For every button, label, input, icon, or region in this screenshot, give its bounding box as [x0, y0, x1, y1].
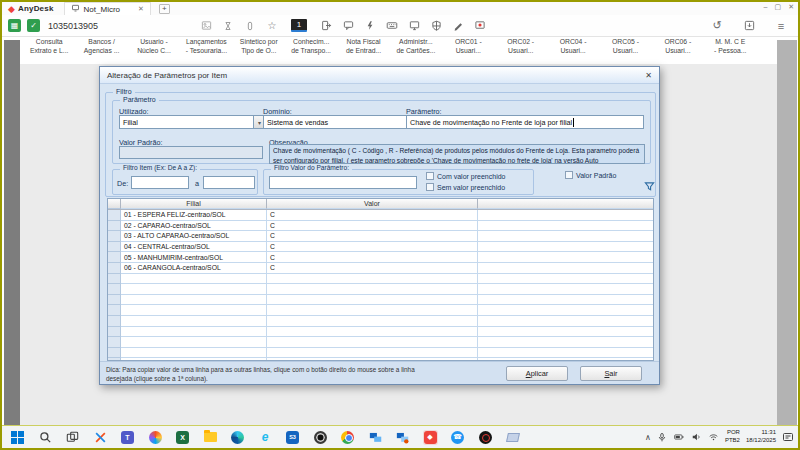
microphone-icon[interactable] [657, 432, 667, 443]
tray-chevron-up-icon[interactable]: ∧ [645, 433, 651, 442]
filtro-item-de-input[interactable] [131, 176, 189, 189]
accept-files-icon[interactable] [741, 18, 757, 34]
privacy-shield-icon[interactable] [428, 18, 444, 34]
task-view-icon[interactable] [65, 430, 80, 445]
phone-link-icon[interactable]: ☎ [450, 430, 465, 445]
start-button-icon[interactable] [10, 430, 25, 445]
desktop-shortcut[interactable]: ORC04 -Usuari... [547, 38, 599, 64]
row-selector[interactable] [108, 242, 121, 253]
table-row-empty[interactable] [108, 348, 653, 359]
chat-icon[interactable] [340, 18, 356, 34]
desktop-shortcut[interactable]: M. M. C E- Pessoa... [704, 38, 756, 64]
network-wifi-icon[interactable] [708, 432, 719, 442]
menu-icon[interactable]: ≡ [773, 18, 789, 34]
parametros-grid[interactable]: Filial Valor 01 - ESPERA FELIZ-centrao/S… [107, 198, 654, 361]
desktop-shortcut[interactable]: Usuario -Núcleo C... [128, 38, 180, 64]
row-selector[interactable] [108, 221, 121, 232]
excel-icon[interactable]: X [175, 430, 190, 445]
remote-tools-icon[interactable] [93, 430, 108, 445]
obs-icon[interactable] [313, 430, 328, 445]
internet-explorer-icon[interactable]: e [258, 430, 273, 445]
filter-funnel-icon[interactable] [644, 181, 655, 194]
remote-right-scrollbar[interactable] [777, 40, 797, 425]
row-selector[interactable] [108, 252, 121, 263]
grid-header-valor[interactable]: Valor [267, 199, 478, 209]
minimize-icon[interactable]: – [764, 3, 768, 11]
display-icon[interactable] [406, 18, 422, 34]
search-icon[interactable] [38, 430, 53, 445]
valor-padrao-checkbox[interactable]: Valor Padrão [565, 171, 616, 179]
dialog-close-icon[interactable]: ✕ [645, 71, 652, 80]
network-computers-2-icon[interactable] [395, 430, 410, 445]
chrome-icon[interactable] [340, 430, 355, 445]
screenshot-icon[interactable] [198, 18, 214, 34]
utilizado-combobox[interactable]: Filial ▾ [119, 115, 266, 129]
table-row[interactable]: 06 - CARANGOLA-centrao/SOL C [108, 263, 653, 274]
sticky-notes-icon[interactable] [505, 430, 520, 445]
row-selector[interactable] [108, 231, 121, 242]
table-row[interactable]: 05 - MANHUMIRIM-centrao/SOL C [108, 252, 653, 263]
aplicar-button[interactable]: Aplicar [506, 366, 568, 381]
checkbox-box[interactable] [426, 183, 434, 191]
parametro-input[interactable]: Chave de movimentação no Frente de loja … [406, 115, 644, 129]
checkbox-box[interactable] [426, 172, 434, 180]
filtro-item-a-input[interactable] [203, 176, 255, 189]
new-session-tab-icon[interactable]: + [159, 4, 170, 14]
maximize-icon[interactable]: ▢ [775, 3, 782, 11]
battery-icon[interactable] [673, 432, 685, 442]
table-row-empty[interactable] [108, 316, 653, 327]
desktop-shortcut[interactable]: Bancos /Agencias ... [75, 38, 127, 64]
row-selector[interactable] [108, 210, 121, 221]
valor-padrao-input[interactable] [119, 146, 263, 159]
file-transfer-icon[interactable] [318, 18, 334, 34]
table-row-empty[interactable] [108, 284, 653, 295]
history-icon[interactable]: ↺ [709, 18, 725, 34]
desktop-shortcut[interactable]: ConsultaExtrato e L... [23, 38, 75, 64]
table-row[interactable]: 02 - CAPARAO-centrao/SOL C [108, 221, 653, 232]
grid-header-filial[interactable]: Filial [121, 199, 267, 209]
desktop-shortcut[interactable]: Lançamentos- Tesouraria... [180, 38, 232, 64]
observacao-memo[interactable]: Chave de movimentação ( C - Código , R -… [269, 144, 645, 164]
monitor-1-button[interactable]: 1 [291, 19, 307, 32]
table-row[interactable]: 04 - CENTRAL-centrao/SOL C [108, 242, 653, 253]
com-valor-checkbox[interactable]: Com valor preenchido [426, 172, 505, 180]
desktop-shortcut[interactable]: ORC02 -Usuari... [495, 38, 547, 64]
whiteboard-pen-icon[interactable] [450, 18, 466, 34]
file-explorer-icon[interactable] [203, 430, 218, 445]
table-row-empty[interactable] [108, 295, 653, 306]
row-selector[interactable] [108, 263, 121, 274]
teams-icon[interactable]: T [120, 430, 135, 445]
speaker-icon[interactable] [691, 432, 702, 442]
table-row-empty[interactable] [108, 274, 653, 285]
anydesk-taskbar-icon[interactable]: ◆ [423, 430, 438, 445]
clock-date[interactable]: 11:3118/12/2025 [746, 429, 776, 445]
table-row-empty[interactable] [108, 337, 653, 348]
permissions-icon[interactable] [242, 18, 258, 34]
actions-lightning-icon[interactable] [362, 18, 378, 34]
notification-center-icon[interactable] [782, 431, 794, 443]
keyboard-icon[interactable] [384, 18, 400, 34]
table-row[interactable]: 03 - ALTO CAPARAO-centrao/SOL C [108, 231, 653, 242]
desktop-shortcut[interactable]: Sintetico porTipo de O... [233, 38, 285, 64]
table-row-empty[interactable] [108, 305, 653, 316]
session-tab[interactable]: Not_Micro ✕ [64, 2, 151, 15]
session-thumbnail-icon[interactable]: ▦ [8, 19, 21, 32]
tab-close-icon[interactable]: ✕ [138, 5, 144, 13]
desktop-shortcut[interactable]: Administr...de Cartões... [390, 38, 442, 64]
sem-valor-checkbox[interactable]: Sem valor preenchido [426, 183, 505, 191]
table-row[interactable]: 01 - ESPERA FELIZ-centrao/SOL C [108, 210, 653, 221]
copilot-icon[interactable] [148, 430, 163, 445]
checkbox-box[interactable] [565, 171, 573, 179]
desktop-shortcut[interactable]: ORC05 -Usuari... [599, 38, 651, 64]
record-session-icon[interactable] [472, 18, 488, 34]
recorder-target-icon[interactable] [478, 430, 493, 445]
filtro-valor-input[interactable] [269, 176, 417, 189]
desktop-shortcut[interactable]: ORC01 -Usuari... [442, 38, 494, 64]
hourglass-icon[interactable] [220, 18, 236, 34]
close-icon[interactable]: ✕ [788, 3, 794, 11]
table-row-empty[interactable] [108, 327, 653, 338]
favorite-star-icon[interactable]: ☆ [264, 18, 280, 34]
dialog-titlebar[interactable]: Alteração de Parâmetros por Item ✕ [100, 67, 659, 84]
edge-icon[interactable] [230, 430, 245, 445]
sair-button[interactable]: Sair [580, 366, 642, 381]
